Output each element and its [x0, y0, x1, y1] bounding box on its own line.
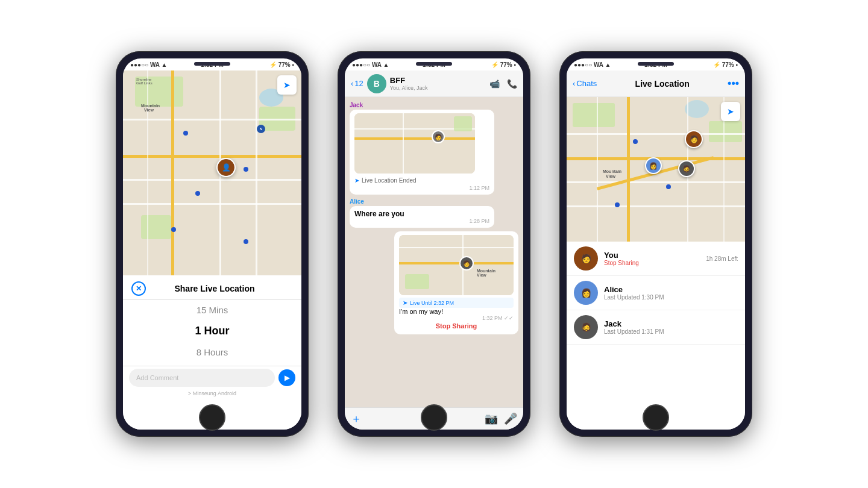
chat-actions: 📹 📞 [489, 79, 517, 89]
phone-3-screen: ●●●○○ WA ▲ 1:32 PM ⚡ 77% ▪ ‹ Chats Live … [567, 58, 745, 430]
phone-3-speaker [638, 62, 674, 66]
location-btn-1[interactable]: ➤ [277, 75, 297, 95]
jack-map-thumb: 🧑 [354, 113, 475, 174]
back-label: Chats [576, 79, 597, 88]
avatar-alice: 👩 [574, 281, 598, 305]
chat-group-avatar: B [367, 74, 386, 93]
alice-text: Where are you [354, 210, 489, 218]
my-map-thumb: MountainView 🧑 [399, 235, 514, 295]
phone-1-map[interactable]: Mountain View Shoreline Golf Links N 👤 [123, 70, 301, 275]
chat-sub: You, Alice, Jack [390, 85, 486, 91]
live-until-row: ➤ Live Until 2:32 PM [399, 298, 514, 308]
participant-alice: 👩 Alice Last Updated 1:30 PM [567, 276, 745, 310]
phone-3: ●●●○○ WA ▲ 1:32 PM ⚡ 77% ▪ ‹ Chats Live … [559, 51, 752, 437]
participant-name-alice: Alice [604, 285, 738, 294]
alice-sender-label: Alice [350, 198, 518, 205]
participant-name-you: You [604, 251, 700, 260]
stop-sharing-button[interactable]: Stop Sharing [399, 321, 514, 331]
attachment-icon[interactable]: ＋ [351, 411, 362, 426]
chat-header: ‹12 B BFF You, Alice, Jack 📹 📞 [345, 70, 523, 97]
phone-2: ●●●○○ WA ▲ 1:32 PM ⚡ 77% ▪ ‹12 B BFF You… [338, 51, 530, 437]
live-ended-text: Live Location Ended [362, 177, 417, 184]
chat-body: Jack 🧑 [345, 97, 523, 407]
alice-msg-time: 1:28 PM [354, 218, 489, 224]
avatar-jack: 🧔 [574, 315, 598, 339]
participant-sub-jack: Last Updated 1:31 PM [604, 328, 738, 335]
live-ended-row: ➤ Live Location Ended [354, 176, 489, 185]
share-title-row: ✕ Share Live Location [123, 275, 301, 299]
phone-3-home-button[interactable] [643, 404, 669, 431]
location-btn-3[interactable]: ➤ [721, 102, 740, 121]
send-button[interactable]: ▶ [278, 369, 295, 386]
participant-sub-you[interactable]: Stop Sharing [604, 260, 700, 266]
phone-1-home-button[interactable] [199, 404, 225, 431]
chat-info: BFF You, Alice, Jack [390, 76, 486, 91]
share-close-button[interactable]: ✕ [131, 281, 146, 296]
keyboard-hint: > Minseung Android [188, 389, 236, 399]
phone-1: ●●●○○ WA ▲ 1:32 PM ⚡ 77% ▪ [116, 51, 309, 437]
jack-bubble: 🧑 ➤ Live Location Ended 1:12 PM [350, 110, 494, 195]
mic-icon[interactable]: 🎤 [504, 412, 517, 425]
participant-info-you: You Stop Sharing [604, 251, 700, 266]
duration-15mins[interactable]: 15 Mins [123, 300, 301, 320]
participant-time-you: 1h 28m Left [706, 255, 738, 262]
participant-name-jack: Jack [604, 319, 738, 328]
phone-2-speaker [416, 62, 452, 66]
phone-2-screen: ●●●○○ WA ▲ 1:32 PM ⚡ 77% ▪ ‹12 B BFF You… [345, 58, 523, 430]
alice-message: Alice Where are you 1:28 PM [350, 198, 518, 228]
participant-jack: 🧔 Jack Last Updated 1:31 PM [567, 310, 745, 345]
avatar-you: 🧑 [574, 246, 598, 271]
participant-you: 🧑 You Stop Sharing 1h 28m Left [567, 242, 745, 276]
more-options-button[interactable]: ••• [728, 77, 739, 90]
signal-carrier: ●●●○○ WA ▲ [130, 61, 167, 68]
live-location-title: Live Location [597, 79, 728, 89]
duration-8hours[interactable]: 8 Hours [123, 342, 301, 362]
live-until-text: Live Until 2:32 PM [410, 300, 454, 306]
phone-1-screen: ●●●○○ WA ▲ 1:32 PM ⚡ 77% ▪ [123, 58, 301, 430]
live-loc-back-button[interactable]: ‹ Chats [573, 79, 597, 88]
chat-back-button[interactable]: ‹12 [351, 79, 363, 88]
my-msg-text: I'm on my way! [399, 308, 514, 315]
comment-placeholder: Add Comment [136, 374, 178, 381]
voice-call-icon[interactable]: 📞 [507, 79, 517, 89]
back-count: 12 [354, 79, 363, 88]
duration-list: 15 Mins 1 Hour 8 Hours [123, 300, 301, 366]
participant-sub-alice: Last Updated 1:30 PM [604, 294, 738, 301]
participant-info-alice: Alice Last Updated 1:30 PM [604, 285, 738, 301]
phone-3-map[interactable]: Mountain View 🧑 👩 🧔 ➤ [567, 97, 745, 242]
jack-sender-label: Jack [350, 102, 518, 108]
duration-1hour[interactable]: 1 Hour [123, 320, 301, 342]
jack-msg-time: 1:12 PM [354, 185, 489, 191]
phone-speaker [194, 62, 230, 66]
camera-icon[interactable]: 📷 [485, 412, 498, 425]
video-call-icon[interactable]: 📹 [489, 79, 500, 89]
my-bubble: MountainView 🧑 ➤ Live Until 2:32 PM I'm … [394, 231, 518, 334]
phone-2-home-button[interactable] [421, 404, 447, 431]
live-location-header: ‹ Chats Live Location ••• [567, 70, 745, 97]
my-msg-time: 1:32 PM ✓✓ [399, 315, 514, 321]
participants-list: 🧑 You Stop Sharing 1h 28m Left 👩 Alice L… [567, 242, 745, 430]
my-message: MountainView 🧑 ➤ Live Until 2:32 PM I'm … [394, 231, 518, 334]
comment-row: Add Comment ▶ [123, 366, 301, 389]
battery-1: ⚡ 77% ▪ [269, 61, 294, 68]
share-title: Share Live Location [151, 284, 293, 293]
jack-message: Jack 🧑 [350, 102, 518, 195]
alice-bubble: Where are you 1:28 PM [350, 206, 494, 228]
comment-input[interactable]: Add Comment [129, 369, 275, 387]
chat-name: BFF [390, 76, 486, 85]
participant-info-jack: Jack Last Updated 1:31 PM [604, 319, 738, 335]
phones-container: ●●●○○ WA ▲ 1:32 PM ⚡ 77% ▪ [0, 39, 868, 449]
